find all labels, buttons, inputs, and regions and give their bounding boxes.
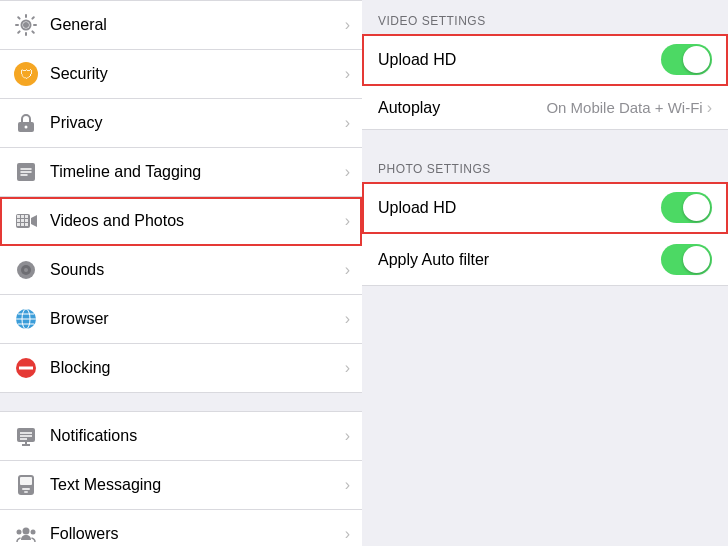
chevron-icon: › <box>345 114 350 132</box>
sidebar-item-blocking-label: Blocking <box>50 359 341 377</box>
photo-upload-hd-label: Upload HD <box>378 199 661 217</box>
globe-icon <box>12 305 40 333</box>
sidebar-item-browser-label: Browser <box>50 310 341 328</box>
sounds-icon <box>12 256 40 284</box>
autoplay-label: Autoplay <box>378 99 546 117</box>
svg-rect-8 <box>25 215 28 218</box>
sidebar-item-security[interactable]: 🛡 Security › <box>0 50 362 99</box>
autoplay-value: On Mobile Data + Wi-Fi <box>546 99 702 116</box>
spacer-right-1 <box>362 130 728 148</box>
video-settings-group: VIDEO SETTINGS Upload HD Autoplay On Mob… <box>362 0 728 130</box>
svg-rect-10 <box>21 219 24 222</box>
shield-icon: 🛡 <box>12 60 40 88</box>
sidebar-item-general[interactable]: General › <box>0 0 362 50</box>
auto-filter-row: Apply Auto filter <box>362 234 728 286</box>
sidebar-item-browser[interactable]: Browser › <box>0 295 362 344</box>
chevron-icon: › <box>345 16 350 34</box>
photo-upload-hd-row: Upload HD <box>362 182 728 234</box>
sidebar-item-sounds[interactable]: Sounds › <box>0 246 362 295</box>
sidebar-item-texting[interactable]: Text Messaging › <box>0 461 362 510</box>
svg-point-18 <box>24 268 28 272</box>
chevron-icon: › <box>345 163 350 181</box>
sidebar-item-blocking[interactable]: Blocking › <box>0 344 362 393</box>
svg-point-36 <box>23 528 30 535</box>
photo-settings-group: PHOTO SETTINGS Upload HD Apply Auto filt… <box>362 148 728 286</box>
svg-point-38 <box>31 530 36 535</box>
sidebar-item-followers[interactable]: Followers › <box>0 510 362 546</box>
chevron-icon: › <box>345 261 350 279</box>
autoplay-row[interactable]: Autoplay On Mobile Data + Wi-Fi › <box>362 86 728 130</box>
privacy-icon <box>12 109 40 137</box>
svg-rect-13 <box>21 223 24 226</box>
svg-rect-12 <box>17 223 20 226</box>
svg-point-3 <box>25 126 28 129</box>
chevron-icon: › <box>345 310 350 328</box>
chevron-icon: › <box>345 212 350 230</box>
chevron-icon: › <box>345 476 350 494</box>
sidebar-item-sounds-label: Sounds <box>50 261 341 279</box>
sidebar-item-videos[interactable]: Videos and Photos › <box>0 197 362 246</box>
video-upload-hd-row: Upload HD <box>362 34 728 86</box>
video-settings-header: VIDEO SETTINGS <box>362 0 728 34</box>
svg-rect-34 <box>22 488 30 490</box>
photo-settings-header: PHOTO SETTINGS <box>362 148 728 182</box>
sidebar-item-general-label: General <box>50 16 341 34</box>
menu-group-2: Notifications › Text Messaging › <box>0 411 362 546</box>
svg-rect-33 <box>20 477 32 485</box>
chevron-icon: › <box>345 525 350 543</box>
notifications-icon <box>12 422 40 450</box>
svg-marker-15 <box>31 215 37 227</box>
sidebar-item-followers-label: Followers <box>50 525 341 543</box>
followers-icon <box>12 520 40 546</box>
sidebar-item-notifications[interactable]: Notifications › <box>0 411 362 461</box>
auto-filter-label: Apply Auto filter <box>378 251 661 269</box>
sidebar-item-notifications-label: Notifications <box>50 427 341 445</box>
auto-filter-toggle[interactable] <box>661 244 712 275</box>
blocking-icon <box>12 354 40 382</box>
menu-group-1: General › 🛡 Security › Privacy › <box>0 0 362 393</box>
gear-icon <box>12 11 40 39</box>
texting-icon <box>12 471 40 499</box>
sidebar-item-timeline[interactable]: Timeline and Tagging › <box>0 148 362 197</box>
svg-rect-26 <box>17 428 35 442</box>
video-upload-hd-toggle[interactable] <box>661 44 712 75</box>
photo-upload-hd-toggle[interactable] <box>661 192 712 223</box>
video-icon <box>12 207 40 235</box>
sidebar-item-privacy-label: Privacy <box>50 114 341 132</box>
svg-rect-11 <box>25 219 28 222</box>
sidebar-item-security-label: Security <box>50 65 341 83</box>
chevron-icon: › <box>345 427 350 445</box>
chevron-icon: › <box>345 65 350 83</box>
svg-rect-35 <box>24 491 28 493</box>
sidebar-item-privacy[interactable]: Privacy › <box>0 99 362 148</box>
svg-point-0 <box>23 22 29 28</box>
video-upload-hd-label: Upload HD <box>378 51 661 69</box>
sidebar-item-texting-label: Text Messaging <box>50 476 341 494</box>
svg-point-37 <box>17 530 22 535</box>
chevron-icon: › <box>707 99 712 117</box>
sidebar-item-timeline-label: Timeline and Tagging <box>50 163 341 181</box>
svg-rect-9 <box>17 219 20 222</box>
chevron-icon: › <box>345 359 350 377</box>
svg-rect-14 <box>25 223 28 226</box>
svg-rect-6 <box>17 215 20 218</box>
right-panel: VIDEO SETTINGS Upload HD Autoplay On Mob… <box>362 0 728 546</box>
left-panel: General › 🛡 Security › Privacy › <box>0 0 362 546</box>
sidebar-item-videos-label: Videos and Photos <box>50 212 341 230</box>
svg-rect-7 <box>21 215 24 218</box>
spacer-1 <box>0 393 362 411</box>
timeline-icon <box>12 158 40 186</box>
